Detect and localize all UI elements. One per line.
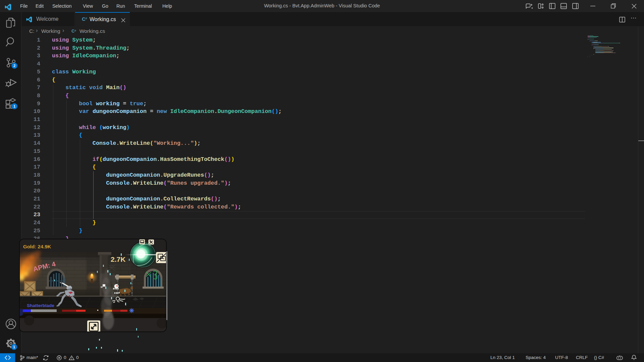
- svg-text:Gold: 24.9K: Gold: 24.9K: [23, 244, 51, 249]
- svg-text:Shatterblade: Shatterblade: [27, 303, 54, 308]
- svg-text:2.7K: 2.7K: [111, 255, 125, 263]
